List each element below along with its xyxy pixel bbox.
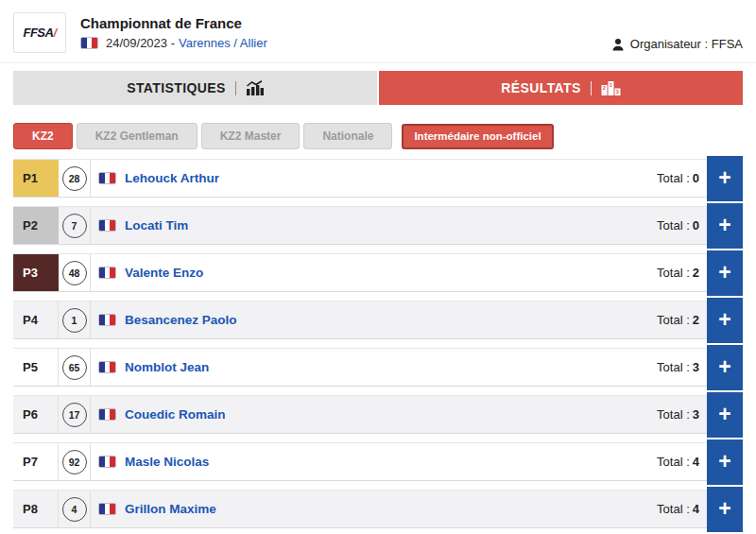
kart-number: 1 <box>62 308 87 333</box>
organizer-info: Organisateur : FFSA <box>611 37 743 53</box>
total-points: Total :3 <box>657 407 699 422</box>
kart-number: 17 <box>62 403 87 427</box>
position-badge: P3 <box>13 254 59 291</box>
driver-link[interactable]: Besancenez Paolo <box>125 313 237 327</box>
position-badge: P7 <box>13 443 59 480</box>
total-points: Total :3 <box>657 360 699 374</box>
plus-icon: + <box>718 309 730 331</box>
category-tab-label: KZ2 Gentleman <box>95 129 179 143</box>
total-points: Total :4 <box>657 455 699 469</box>
driver-link[interactable]: Lehouck Arthur <box>125 171 219 185</box>
kart-number-cell: 28 <box>59 160 91 197</box>
total-points: Total :0 <box>657 218 699 233</box>
podium-icon: 2 1 3 <box>601 80 621 95</box>
driver-link[interactable]: Nomblot Jean <box>125 360 209 374</box>
driver-link[interactable]: Valente Enzo <box>125 266 203 280</box>
position-badge: P8 <box>13 491 59 527</box>
total-value: 0 <box>693 171 699 185</box>
category-tab-label: KZ2 <box>32 129 54 143</box>
plus-icon: + <box>718 498 730 520</box>
expand-row-button[interactable]: + <box>707 392 743 438</box>
expand-row-button[interactable]: + <box>707 156 743 201</box>
france-flag-icon <box>98 267 116 279</box>
tab-separator <box>591 81 592 95</box>
total-points: Total :4 <box>657 502 699 516</box>
tab-statistiques[interactable]: STATISTIQUES <box>13 71 377 105</box>
france-flag-icon <box>98 456 116 468</box>
driver-link[interactable]: Masle Nicolas <box>125 455 209 469</box>
plus-icon: + <box>718 404 730 425</box>
ffsa-logo: FFSA/ <box>13 12 66 53</box>
kart-number-cell: 7 <box>59 207 91 244</box>
category-tab-kz2[interactable]: KZ2 <box>13 123 73 149</box>
france-flag-icon <box>98 314 116 326</box>
bar-chart-icon <box>246 80 264 95</box>
expand-row-button[interactable]: + <box>707 298 743 343</box>
total-label: Total : <box>657 266 690 280</box>
total-label: Total : <box>657 171 690 185</box>
page-title: Championnat de France <box>80 15 267 31</box>
france-flag-icon <box>98 408 116 421</box>
category-tab-kz2-master[interactable]: KZ2 Master <box>201 123 301 149</box>
total-value: 4 <box>693 502 699 516</box>
table-row: P3 48 Valente Enzo Total :2 + <box>13 253 743 292</box>
plus-icon: + <box>718 167 730 189</box>
kart-number-cell: 1 <box>59 301 91 338</box>
category-tab-label: Nationale <box>322 129 373 143</box>
driver-link[interactable]: Grillon Maxime <box>125 502 216 516</box>
svg-text:1: 1 <box>610 82 612 88</box>
category-tab-label: KZ2 Master <box>220 129 282 143</box>
event-location-link[interactable]: Varennes / Allier <box>179 36 267 50</box>
france-flag-icon <box>80 37 98 49</box>
table-row: P7 92 Masle Nicolas Total :4 + <box>13 442 743 481</box>
total-value: 4 <box>693 455 699 469</box>
driver-link[interactable]: Locati Tim <box>125 218 188 233</box>
total-value: 0 <box>693 218 699 233</box>
position-badge: P6 <box>13 396 59 433</box>
total-value: 3 <box>693 407 699 422</box>
france-flag-icon <box>98 361 116 373</box>
results-list: P1 28 Lehouck Arthur Total :0 + P2 7 Loc… <box>13 159 743 528</box>
table-row: P5 65 Nomblot Jean Total :3 + <box>13 348 743 387</box>
total-label: Total : <box>657 313 690 327</box>
category-tab-nationale[interactable]: Nationale <box>303 123 392 149</box>
expand-row-button[interactable]: + <box>707 439 743 485</box>
expand-row-button[interactable]: + <box>707 203 743 249</box>
total-points: Total :2 <box>657 266 699 280</box>
plus-icon: + <box>718 451 730 473</box>
plus-icon: + <box>718 356 730 378</box>
driver-link[interactable]: Couedic Romain <box>125 407 226 422</box>
event-subtitle: 24/09/2023 - Varennes / Allier <box>80 36 267 50</box>
event-title-block: Championnat de France 24/09/2023 - Varen… <box>80 15 267 50</box>
total-label: Total : <box>657 218 690 233</box>
person-icon <box>611 38 625 51</box>
tab-resultats[interactable]: RÉSULTATS 2 1 3 <box>379 71 743 105</box>
plus-icon: + <box>718 262 730 284</box>
table-row: P6 17 Couedic Romain Total :3 + <box>13 395 743 434</box>
total-label: Total : <box>657 455 690 469</box>
kart-number-cell: 92 <box>59 443 91 480</box>
kart-number: 28 <box>62 166 87 191</box>
kart-number: 48 <box>62 261 87 285</box>
tab-statistiques-label: STATISTIQUES <box>127 80 226 95</box>
position-badge: P1 <box>13 160 59 197</box>
table-row: P1 28 Lehouck Arthur Total :0 + <box>13 159 743 198</box>
total-points: Total :0 <box>657 171 699 185</box>
kart-number: 7 <box>62 214 87 238</box>
ffsa-logo-text: FFSA <box>23 26 53 40</box>
table-row: P2 7 Locati Tim Total :0 + <box>13 206 743 245</box>
total-value: 2 <box>693 313 699 327</box>
page-header: FFSA/ Championnat de France 24/09/2023 -… <box>0 0 756 63</box>
organizer-label: Organisateur : FFSA <box>630 37 743 51</box>
plus-icon: + <box>718 215 730 236</box>
category-tab-kz2-gentleman[interactable]: KZ2 Gentleman <box>77 123 198 149</box>
total-value: 3 <box>693 360 699 374</box>
expand-row-button[interactable]: + <box>707 250 743 296</box>
unofficial-status-badge: Intermédaire non-officiel <box>402 124 553 149</box>
total-label: Total : <box>657 360 690 374</box>
expand-row-button[interactable]: + <box>707 345 743 390</box>
expand-row-button[interactable]: + <box>707 487 743 532</box>
kart-number: 4 <box>62 497 87 522</box>
france-flag-icon <box>98 219 116 232</box>
main-tabs: STATISTIQUES RÉSULTATS 2 1 3 <box>13 71 743 105</box>
